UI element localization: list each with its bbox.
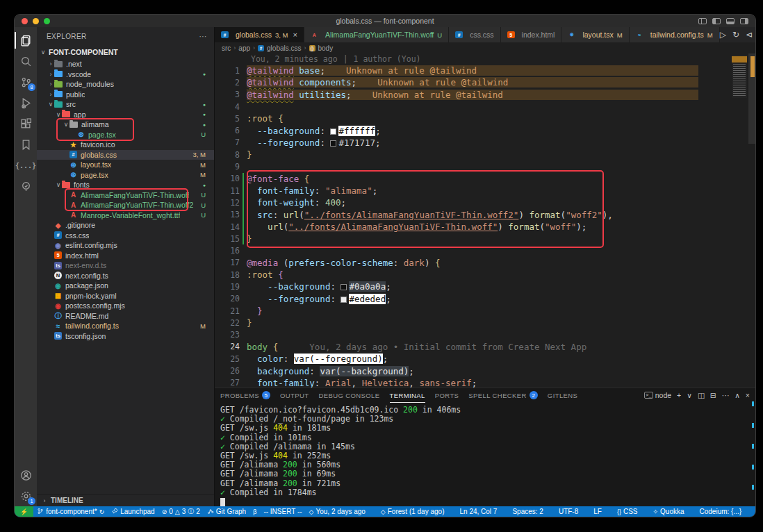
status-item-indentation[interactable]: Spaces: 2: [509, 508, 546, 515]
tree-folder-row[interactable]: ›public: [37, 90, 214, 100]
close-panel-icon[interactable]: ×: [746, 391, 750, 399]
settings-gear-icon[interactable]: 1: [15, 485, 37, 506]
status-item-diagnostics[interactable]: ⊘0△3ⓘ2: [158, 506, 204, 517]
new-terminal-icon[interactable]: +: [677, 391, 681, 399]
tree-folder-row[interactable]: ∨fonts●: [37, 180, 214, 190]
status-item-language-mode[interactable]: {}CSS: [614, 508, 641, 515]
status-item-codeium[interactable]: Codeium: {...}: [696, 508, 746, 515]
explorer-icon[interactable]: [15, 30, 37, 51]
forest-icon[interactable]: [15, 176, 37, 197]
tree-file-row[interactable]: ◉package.json: [37, 281, 214, 291]
tree-folder-row[interactable]: ∨src●: [37, 99, 214, 110]
tree-file-row[interactable]: ◉eslint.config.mjs: [37, 240, 214, 251]
editor-tab-css-css[interactable]: #css.css: [449, 27, 500, 42]
panel-tab-ports[interactable]: PORTS: [435, 388, 459, 403]
breadcrumb-item[interactable]: globals.css: [267, 44, 301, 52]
breadcrumb-item[interactable]: app: [238, 44, 250, 52]
tree-file-row[interactable]: AAlimamaFangYuanTiVF-Thin.woffU: [37, 190, 214, 201]
tree-file-row[interactable]: Nnext.config.ts: [37, 271, 214, 281]
minimize-window-icon[interactable]: [33, 18, 39, 24]
tree-file-row[interactable]: AAlimamaFangYuanTiVF-Thin.woff2U: [37, 200, 214, 210]
customize-layout-icon[interactable]: [698, 18, 707, 24]
zoom-window-icon[interactable]: [44, 18, 50, 24]
terminal-shell-select[interactable]: >_ node: [644, 391, 671, 399]
extensions-icon[interactable]: [15, 113, 37, 134]
tree-file-row[interactable]: ◉postcss.config.mjs: [37, 301, 214, 311]
tree-folder-row[interactable]: ›.vscode●: [37, 69, 214, 80]
accounts-icon[interactable]: [15, 465, 37, 485]
editor-scrollbar[interactable]: [748, 53, 755, 144]
status-item-vim-mode[interactable]: -- INSERT --: [260, 506, 305, 517]
tree-file-row[interactable]: #css.css: [37, 231, 214, 241]
panel-tab-problems[interactable]: PROBLEMS5: [220, 388, 270, 403]
status-item-quokka[interactable]: ✧Quokka: [650, 508, 688, 515]
tree-file-row[interactable]: ⓘREADME.md: [37, 311, 214, 322]
status-item-blame-you[interactable]: ◇You, 2 days ago: [306, 508, 369, 515]
more-actions-icon[interactable]: ⋯: [199, 32, 207, 41]
panel-tab-gitlens[interactable]: GITLENS: [548, 388, 577, 403]
tree-file-row[interactable]: tstsconfig.json: [37, 331, 214, 342]
tree-file-row[interactable]: ⊛layout.tsxM: [37, 160, 214, 170]
timeline-section[interactable]: › TIMELINE: [37, 494, 214, 506]
status-item-encoding[interactable]: UTF-8: [555, 508, 582, 515]
editor-tab-alimamafangyuantivf-thin-woff[interactable]: AAlimamaFangYuanTiVF-Thin.woffU: [304, 27, 449, 42]
search-icon[interactable]: [15, 51, 37, 72]
status-item-cursor-position[interactable]: Ln 24, Col 7: [456, 508, 500, 515]
source-control-icon[interactable]: 8: [15, 72, 37, 92]
editor-tab-globals-css[interactable]: #globals.css3, M×: [215, 27, 304, 42]
panel-tab-output[interactable]: OUTPUT: [280, 388, 309, 403]
panel-tab-spell-checker[interactable]: SPELL CHECKER2: [468, 388, 538, 403]
tree-file-row[interactable]: ★favicon.ico: [37, 140, 214, 150]
terminal-dropdown-icon[interactable]: ∨: [687, 391, 692, 399]
tree-file-row[interactable]: 5index.html: [37, 251, 214, 261]
status-item-gitlens-mode[interactable]: β: [249, 506, 260, 517]
code-editor[interactable]: You, 2 minutes ago|1 author (You) 1@tail…: [215, 53, 755, 388]
status-item-git-branch[interactable]: font-component*↻: [33, 506, 108, 517]
tree-file-row[interactable]: ≈tailwind.config.tsM: [37, 321, 214, 331]
code-line: 9: [215, 160, 755, 172]
tree-file-row[interactable]: AManrope-VariableFont_wght.ttfU: [37, 210, 214, 221]
tree-file-row[interactable]: tsnext-env.d.ts: [37, 260, 214, 271]
status-item-blame-forest[interactable]: ◇Forest (1 day ago): [377, 508, 448, 515]
panel-tab-terminal[interactable]: TERMINAL: [390, 388, 425, 403]
toggle-panel-icon[interactable]: [726, 18, 735, 24]
split-terminal-icon[interactable]: ◫: [698, 391, 705, 399]
panel-tab-debug-console[interactable]: DEBUG CONSOLE: [318, 388, 379, 403]
refresh-icon[interactable]: ↻: [732, 30, 739, 40]
tree-file-row[interactable]: #globals.css3, M: [37, 150, 214, 160]
maximize-panel-icon[interactable]: ∧: [735, 391, 740, 399]
status-item-prettier[interactable]: ✓Prettier: [753, 508, 756, 515]
workspace-root-row[interactable]: ∨ FONT-COMPONENT: [37, 45, 214, 59]
run-and-debug-icon[interactable]: [15, 92, 37, 113]
tree-folder-row[interactable]: ∨app●: [37, 110, 214, 120]
minimap[interactable]: [732, 55, 747, 98]
status-item-gitlens-launchpad[interactable]: Launchpad: [108, 506, 158, 517]
more-actions-icon[interactable]: ⋯: [722, 391, 730, 399]
tree-file-row[interactable]: ⊛page.tsxM: [37, 170, 214, 181]
macos-window-controls[interactable]: [15, 18, 98, 24]
breadcrumb-item[interactable]: src: [222, 44, 231, 52]
tree-folder-row[interactable]: ›node_modules: [37, 79, 214, 90]
terminal-output[interactable]: GET /favicon.ico?favicon.45db1c09.ico 20…: [215, 403, 755, 506]
run-button[interactable]: ▷: [720, 30, 726, 40]
editor-tab-tailwind-config-ts[interactable]: ≈tailwind.config.tsM: [630, 27, 720, 42]
tree-file-row[interactable]: ⊛page.tsxU: [37, 130, 214, 140]
tree-file-row[interactable]: ▦pnpm-lock.yaml: [37, 291, 214, 301]
editor-tab-index-html[interactable]: 5index.html: [501, 27, 562, 42]
kill-terminal-icon[interactable]: ⊟: [710, 391, 716, 399]
toggle-primary-sidebar-icon[interactable]: [712, 18, 721, 24]
status-item-remote-indicator[interactable]: ⚡: [15, 506, 33, 517]
status-item-git-graph[interactable]: Git Graph: [204, 506, 249, 517]
tree-folder-row[interactable]: ›.next: [37, 59, 214, 69]
snippets-braces-icon[interactable]: {...}: [15, 155, 37, 176]
status-item-eol[interactable]: LF: [590, 508, 605, 515]
tree-file-row[interactable]: ◆.gitignore: [37, 220, 214, 231]
close-icon[interactable]: ×: [293, 31, 297, 39]
close-window-icon[interactable]: [22, 18, 28, 24]
bookmarks-icon[interactable]: [15, 134, 37, 155]
prev-change-icon[interactable]: ⊲: [746, 30, 753, 40]
breadcrumb-item[interactable]: body: [318, 44, 334, 52]
editor-tab-layout-tsx[interactable]: ⊛layout.tsxM: [561, 27, 629, 42]
tree-folder-row[interactable]: ∨alimama●: [37, 119, 214, 130]
toggle-secondary-sidebar-icon[interactable]: [740, 18, 748, 24]
